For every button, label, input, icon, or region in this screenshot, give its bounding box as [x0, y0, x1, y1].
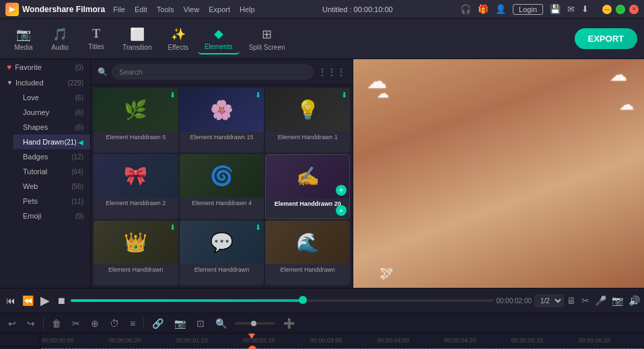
element-card-2[interactable]: ⬇ 🌸 Element Handdrawn 15 — [180, 88, 264, 153]
sub-item-web[interactable]: Web (56) — [13, 179, 90, 194]
menu-file[interactable]: File — [113, 5, 125, 13]
search-bar: 🔍 ⋮⋮⋮ — [91, 59, 353, 85]
search-icon: 🔍 — [98, 67, 108, 77]
sub-item-handdrawn[interactable]: Hand Drawn (21) ◀ — [13, 134, 90, 149]
login-button[interactable]: Login — [513, 4, 543, 15]
element-1-icon: 🌿 — [124, 99, 147, 121]
step-back-button[interactable]: ⏪ — [20, 293, 36, 308]
close-button[interactable]: ✕ — [629, 5, 639, 14]
toolbar-splitscreen[interactable]: ⊞ Split Screen — [242, 24, 292, 54]
menu-export[interactable]: Export — [209, 5, 230, 13]
element-8-icon: 💬 — [210, 231, 234, 254]
grid-view-icon[interactable]: ⋮⋮⋮ — [318, 67, 346, 77]
element-card-3[interactable]: ⬇ 💡 Element Handdrawn 1 — [265, 88, 350, 153]
sub-item-badges[interactable]: Badges (12) — [13, 149, 90, 164]
progress-handle[interactable] — [299, 296, 307, 304]
layers-button[interactable]: ≡ — [127, 317, 138, 330]
playhead-head-icon — [248, 346, 256, 349]
snapshot-icon[interactable]: 📷 — [612, 295, 623, 306]
element-7-icon: 👑 — [124, 231, 147, 254]
progress-bar[interactable] — [71, 299, 493, 302]
toolbar-media[interactable]: 📷 Media — [7, 24, 40, 54]
save-icon[interactable]: 💾 — [550, 4, 561, 14]
cut-timeline-button[interactable]: ✂ — [69, 317, 83, 330]
active-arrow-icon: ◀ — [78, 139, 83, 146]
tutorial-count: (64) — [71, 168, 83, 176]
pip-button[interactable]: ⊡ — [194, 317, 207, 330]
play-button[interactable]: ▶ — [38, 291, 52, 310]
ratio-select[interactable]: 1/2 1/1 1/4 — [534, 295, 564, 307]
headphone-icon[interactable]: 🎧 — [460, 4, 471, 14]
menu-tools[interactable]: Tools — [157, 5, 174, 13]
element-card-7[interactable]: ⬇ 👑 Element Handdrawn — [94, 221, 178, 285]
toolbar-elements[interactable]: ◆ Elements — [198, 24, 240, 54]
copy-button[interactable]: ⊕ — [88, 317, 102, 330]
account-icon[interactable]: 👤 — [495, 4, 506, 14]
bottom-section: ↩ ↪ 🗑 ✂ ⊕ ⏱ ≡ 🔗 📷 ⊡ 🔍 ➕ + 🔒 👁 — [0, 313, 644, 349]
element-card-6[interactable]: ✍️ + Element Handdrawn 20 — [265, 154, 350, 220]
element-card-9[interactable]: 🌊 Element Handdrawn — [265, 221, 350, 285]
zoom-slider-area[interactable] — [235, 322, 275, 325]
monitor-icon[interactable]: 🖥 — [567, 295, 576, 306]
sub-item-tutorial[interactable]: Tutorial (64) — [13, 164, 90, 179]
export-button[interactable]: EXPORT — [575, 28, 637, 49]
volume-icon[interactable]: 🔊 — [629, 295, 640, 306]
skip-back-button[interactable]: ⏮ — [4, 293, 17, 308]
effects-icon: ✨ — [171, 27, 186, 42]
element-9-label: Element Handdrawn — [265, 264, 350, 275]
separator-2 — [143, 317, 144, 329]
element-card-4[interactable]: 🎀 Element Handdrawn 2 — [94, 154, 178, 220]
toolbar-effects[interactable]: ✨ Effects — [162, 24, 195, 54]
search-input[interactable] — [112, 65, 314, 79]
preview-panel: ☁ ☁ ☁ ☁ 🕊 — [353, 59, 644, 288]
download-icon-8: ⬇ — [255, 223, 261, 232]
mic-icon[interactable]: 🎤 — [595, 295, 606, 306]
zoom-out-button[interactable]: 🔍 — [213, 317, 229, 330]
sub-item-emoji[interactable]: Emoji (9) — [13, 208, 90, 223]
element-card-5[interactable]: 🌀 Element Handdrawn 4 — [180, 154, 264, 220]
gift-icon[interactable]: 🎁 — [478, 4, 489, 14]
sub-item-love[interactable]: Love (6) — [13, 90, 90, 105]
element-1-label: Element Handdrawn 5 — [94, 132, 178, 143]
included-header[interactable]: ▼ Included (229) — [0, 75, 90, 90]
sub-item-shapes[interactable]: Shapes (6) — [13, 120, 90, 134]
toolbar-transition[interactable]: ⬜ Transition — [116, 24, 159, 54]
undo-button[interactable]: ↩ — [5, 317, 19, 330]
element-card-8[interactable]: ⬇ 💬 Element Handdrawn — [180, 221, 264, 285]
window-title: Untitled : 00:00:10:00 — [263, 5, 452, 13]
download-icon-7: ⬇ — [170, 223, 176, 232]
toolbar-titles[interactable]: T Titles — [79, 24, 113, 53]
topbar-right: 🎧 🎁 👤 Login 💾 ✉ ⬇ — [460, 4, 589, 15]
zoom-in-button[interactable]: ➕ — [281, 317, 297, 330]
menu-edit[interactable]: Edit — [135, 5, 147, 13]
camera-button[interactable]: 📷 — [172, 317, 188, 330]
menu-view[interactable]: View — [184, 5, 200, 13]
download-icon-3: ⬇ — [341, 91, 347, 100]
speed-button[interactable]: ⏱ — [107, 317, 122, 330]
element-3-icon: 💡 — [296, 99, 320, 121]
download-icon[interactable]: ⬇ — [581, 4, 589, 14]
menu-help[interactable]: Help — [240, 5, 255, 13]
audio-label: Audio — [51, 44, 69, 51]
timeline-scrollable[interactable]: 00:00:00:00 00:00:00:20 00:00:01:15 00:0… — [40, 334, 644, 349]
audio-detach-button[interactable]: 🔗 — [149, 317, 166, 330]
redo-button[interactable]: ↪ — [24, 317, 38, 330]
transition-icon: ⬜ — [130, 27, 145, 42]
element-card-1[interactable]: ⬇ 🌿 Element Handdrawn 5 — [94, 88, 178, 153]
ruler-7: 00:00:05:15 — [510, 337, 577, 344]
favorite-item[interactable]: ♥ Favorite (0) — [0, 59, 90, 75]
cloud-deco-2: ☁ — [610, 65, 627, 85]
minimize-button[interactable]: — — [602, 5, 612, 14]
cut-icon[interactable]: ✂ — [581, 295, 589, 306]
mail-icon[interactable]: ✉ — [567, 4, 575, 14]
sub-item-journey[interactable]: Journey (6) — [13, 105, 90, 120]
ruler-5: 00:00:04:00 — [375, 337, 443, 344]
sub-item-pets[interactable]: Pets (11) — [13, 194, 90, 208]
pets-label: Pets — [23, 197, 38, 205]
emoji-count: (9) — [75, 212, 83, 220]
delete-button[interactable]: 🗑 — [49, 317, 64, 330]
ruler-4: 00:00:03:05 — [309, 337, 376, 344]
toolbar-audio[interactable]: 🎵 Audio — [43, 24, 77, 54]
stop-button[interactable]: ⏹ — [55, 293, 68, 308]
maximize-button[interactable]: □ — [616, 5, 625, 14]
